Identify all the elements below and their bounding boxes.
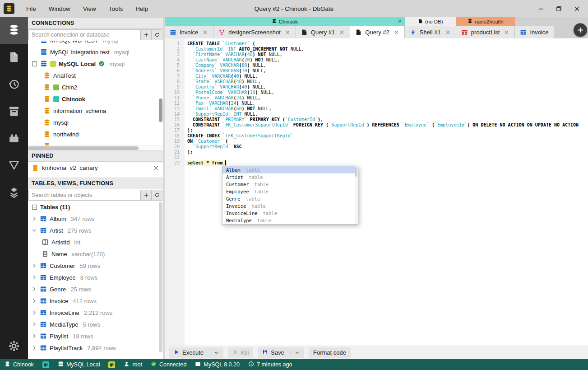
chevron-right-icon[interactable] — [32, 310, 37, 315]
menu-item-tools[interactable]: Tools — [103, 3, 129, 14]
new-tab-button[interactable] — [574, 23, 587, 37]
status-chinook[interactable]: Chinook — [5, 361, 34, 368]
connection-item-chinook[interactable]: Chinook — [28, 93, 163, 105]
autocomplete-item-invoice[interactable]: Invoicetable — [222, 202, 358, 210]
autocomplete-scroll-thumb[interactable] — [355, 167, 357, 177]
dropdown-chevron-icon[interactable] — [291, 349, 300, 356]
close-tab-icon[interactable] — [339, 29, 345, 35]
autocomplete-item-genre[interactable]: Genretable — [222, 195, 358, 202]
menu-item-file[interactable]: File — [21, 3, 42, 14]
refresh-objects-button[interactable] — [152, 190, 162, 201]
tab-invoice[interactable]: Invoice — [515, 26, 554, 38]
activity-archive[interactable] — [0, 98, 28, 126]
chevron-right-icon[interactable] — [32, 333, 37, 339]
close-tab-icon[interactable] — [445, 29, 451, 35]
chevron-down-icon[interactable] — [32, 228, 37, 233]
chevron-right-icon[interactable] — [32, 216, 37, 221]
column-item-name[interactable]: Namevarchar(120) — [28, 248, 163, 260]
connections-hscrollbar[interactable] — [28, 145, 163, 150]
chevron-right-icon[interactable] — [32, 298, 37, 304]
connection-item-information-schema[interactable]: information_schema — [28, 105, 163, 117]
chevron-right-icon[interactable] — [32, 275, 37, 280]
table-item-employee[interactable]: Employee8 rows — [28, 272, 163, 283]
menu-item-view[interactable]: View — [78, 3, 102, 14]
autocomplete-item-employee[interactable]: Employeetable — [222, 188, 358, 195]
status-connected[interactable]: Connected — [151, 361, 186, 368]
connection-item-analtest[interactable]: AnalTest — [28, 70, 163, 81]
autocomplete-item-artist[interactable]: Artisttable — [222, 173, 358, 181]
pinned-item[interactable]: knihovna_v2_canary — [28, 162, 163, 174]
autocomplete-item-album[interactable]: Albumtable — [222, 166, 358, 173]
activity-layers[interactable] — [0, 180, 28, 207]
connection-item-mysql[interactable]: mysql — [28, 117, 163, 128]
table-item-invoice[interactable]: Invoice412 rows — [28, 295, 163, 307]
activity-database[interactable] — [0, 17, 28, 44]
hscroll-thumb[interactable] — [28, 146, 139, 150]
tab-shell-1[interactable]: Shell #1 — [405, 26, 456, 38]
table-item-playlist[interactable]: Playlist18 rows — [28, 330, 163, 342]
refresh-connections-button[interactable] — [152, 29, 162, 40]
collapse-icon[interactable] — [32, 61, 37, 67]
table-item-playlisttrack[interactable]: PlaylistTrack7,994 rows — [28, 342, 163, 354]
minimize-button[interactable] — [537, 5, 545, 13]
collapse-icon[interactable] — [32, 204, 37, 210]
tab-invoice[interactable]: Invoice — [165, 26, 213, 38]
format-code-button[interactable]: Format code — [309, 347, 351, 358]
autocomplete-item-customer[interactable]: Customertable — [222, 181, 358, 188]
activity-filter[interactable] — [0, 153, 28, 180]
autocomplete-item-invoiceline[interactable]: InvoiceLinetable — [222, 210, 358, 217]
connection-item-northwind[interactable]: northwind — [28, 128, 163, 140]
close-tab-icon[interactable] — [394, 29, 399, 35]
tab-designerscreenshot[interactable]: designerScreenshot — [213, 26, 296, 38]
close-tab-icon[interactable] — [504, 29, 509, 35]
menu-item-window[interactable]: Window — [43, 3, 76, 14]
table-item-customer[interactable]: Customer59 rows — [28, 260, 163, 272]
connection-item-mysql-local[interactable]: MySQL Localmysql — [28, 58, 163, 70]
chevron-right-icon[interactable] — [32, 322, 37, 327]
theme-swatch[interactable] — [42, 361, 49, 368]
close-window-button[interactable] — [573, 5, 581, 13]
autocomplete-item-mediatype[interactable]: MediaTypetable — [222, 217, 358, 224]
connection-item-mysql-wd-test[interactable]: MYSQL WD TESTmysql — [28, 41, 163, 46]
table-item-invoiceline[interactable]: InvoiceLine2,212 rows — [28, 307, 163, 318]
tab-query-1[interactable]: Query #1 — [296, 26, 350, 38]
status-mysql-local[interactable]: MySQL Local — [58, 361, 100, 368]
save-button[interactable]: Save — [258, 347, 304, 358]
activity-files[interactable] — [0, 44, 28, 71]
connections-scrollbar[interactable] — [159, 98, 162, 122]
status-7-minutes-ago[interactable]: 7 minutes ago — [248, 361, 292, 368]
table-item-album[interactable]: Album347 rows — [28, 213, 163, 225]
chevron-right-icon[interactable] — [32, 345, 37, 351]
tab-query-2[interactable]: Query #2 — [350, 26, 404, 38]
table-item-mediatype[interactable]: MediaType5 rows — [28, 318, 163, 330]
menu-item-help[interactable]: Help — [130, 3, 153, 14]
close-tab-icon[interactable] — [285, 29, 291, 35]
close-tab-icon[interactable] — [202, 29, 208, 35]
connection-item-chin2[interactable]: Chin2 — [28, 81, 163, 93]
execute-button[interactable]: Execute — [169, 347, 223, 358]
theme-swatch[interactable] — [108, 361, 115, 368]
sql-editor[interactable]: 1234567891011121314151617181920212223 CR… — [165, 38, 588, 346]
chevron-right-icon[interactable] — [32, 286, 37, 292]
dropdown-chevron-icon[interactable] — [210, 349, 219, 356]
restore-button[interactable] — [555, 5, 563, 13]
activity-history[interactable] — [0, 71, 28, 98]
table-item-genre[interactable]: Genre25 rows — [28, 283, 163, 295]
add-object-button[interactable] — [141, 190, 152, 201]
status-root[interactable]: root — [124, 361, 142, 368]
tables-scrollbar[interactable] — [159, 202, 162, 352]
connections-search-input[interactable] — [28, 29, 141, 40]
status-mysql-8-0-20[interactable]: MySQL 8.0.20 — [195, 361, 239, 368]
activity-settings[interactable] — [0, 335, 28, 359]
tab-productlist[interactable]: productList — [456, 26, 515, 38]
unpin-close-icon[interactable] — [153, 165, 159, 171]
activity-plugins[interactable] — [0, 126, 28, 153]
connection-item-mysql-integration-test[interactable]: MySQL integration testmysql — [28, 46, 163, 58]
chevron-right-icon[interactable] — [32, 263, 37, 268]
close-group-icon[interactable] — [397, 19, 403, 24]
tables-search-input[interactable] — [28, 190, 141, 201]
column-item-artistid[interactable]: 1ArtistIdint — [28, 236, 163, 248]
autocomplete-scrollbar[interactable] — [355, 166, 358, 224]
tables-group-row[interactable]: Tables (11) — [28, 201, 163, 213]
add-connection-button[interactable] — [141, 29, 152, 40]
